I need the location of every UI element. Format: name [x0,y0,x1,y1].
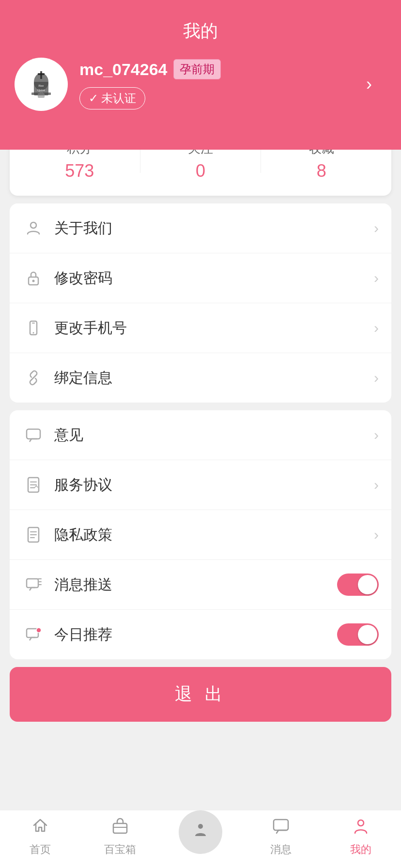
chat-icon [272,817,290,839]
svg-rect-15 [27,429,40,439]
menu-recommend-label: 今日推荐 [54,625,337,645]
nav-item-mine[interactable]: 我的 [321,817,401,857]
svg-rect-30 [113,823,127,833]
username-row: mc_074264 孕前期 [79,59,386,79]
svg-point-13 [33,332,34,334]
menu-service-label: 服务协议 [54,475,374,495]
menu-item-about[interactable]: 关于我们 › [10,203,391,253]
stat-points-value: 573 [19,161,140,181]
nav-item-toolbox[interactable]: 百宝箱 [80,817,161,857]
svg-rect-7 [38,93,45,98]
nav-toolbox-label: 百宝箱 [104,842,136,857]
recommend-icon [22,623,45,646]
recommend-toggle[interactable] [337,623,379,646]
link-icon [22,367,45,389]
menu-phone-label: 更改手机号 [54,318,374,338]
nav-mine-label: 我的 [350,842,371,857]
phone-chevron-icon: › [374,320,379,336]
notification-toggle[interactable] [337,574,379,596]
menu-item-password[interactable]: 修改密码 › [10,253,391,303]
svg-text:Bee: Bee [39,84,44,88]
bottom-nav: 首页 百宝箱 [0,810,401,868]
svg-rect-4 [38,73,45,75]
service-chevron-icon: › [374,477,379,493]
svg-point-10 [32,280,35,282]
logout-button[interactable]: 退 出 [10,667,391,722]
verify-icon: ✓ [89,92,98,105]
stat-follow-value: 0 [140,161,261,181]
mine-icon [352,817,370,839]
nav-home-label: 首页 [30,842,51,857]
header-area: 我的 Bee Quiet [0,0,401,150]
password-chevron-icon: › [374,270,379,286]
toolbox-icon [111,817,129,839]
menu-item-notification[interactable]: 消息推送 [10,560,391,610]
svg-point-8 [31,222,36,228]
profile-row[interactable]: Bee Quiet mc_074264 孕前期 ✓ 未认证 › [15,58,386,111]
lock-icon [22,267,45,289]
avatar[interactable]: Bee Quiet [15,58,68,111]
stat-collect-value: 8 [261,161,382,181]
nav-item-center[interactable] [160,810,241,864]
pregnancy-tag: 孕前期 [173,59,221,79]
baby-icon [189,819,212,846]
profile-info: mc_074264 孕前期 ✓ 未认证 [79,59,386,109]
menu-password-label: 修改密码 [54,268,374,288]
privacy-chevron-icon: › [374,527,379,543]
svg-text:Quiet: Quiet [37,88,45,92]
svg-point-33 [198,824,203,829]
menu-item-bind[interactable]: 绑定信息 › [10,353,391,403]
menu-item-service[interactable]: 服务协议 › [10,460,391,510]
username: mc_074264 [79,60,168,79]
svg-point-29 [36,628,41,633]
about-chevron-icon: › [374,220,379,236]
person-icon [22,217,45,239]
svg-point-35 [358,820,364,826]
service-doc-icon [22,474,45,496]
center-button[interactable] [179,810,222,854]
svg-line-14 [32,376,35,380]
feedback-chevron-icon: › [374,427,379,443]
menu-item-feedback[interactable]: 意见 › [10,410,391,460]
nav-item-home[interactable]: 首页 [0,817,80,857]
nav-messages-label: 消息 [270,842,292,857]
menu-item-privacy[interactable]: 隐私政策 › [10,510,391,560]
menu-notification-label: 消息推送 [54,575,337,595]
notification-icon [22,574,45,596]
svg-point-32 [191,820,210,839]
privacy-doc-icon [22,524,45,546]
menu-item-phone[interactable]: 更改手机号 › [10,303,391,353]
home-icon [31,817,49,839]
profile-chevron-icon[interactable]: › [366,74,372,94]
menu-section-2: 意见 › 服务协议 › [10,410,391,659]
verify-badge[interactable]: ✓ 未认证 [79,87,145,109]
page-title: 我的 [15,19,386,43]
bind-chevron-icon: › [374,370,379,386]
menu-section-1: 关于我们 › 修改密码 › 更改 [10,203,391,403]
svg-rect-24 [27,579,38,588]
menu-item-recommend[interactable]: 今日推荐 [10,610,391,659]
comment-icon [22,424,45,446]
verify-label: 未认证 [101,91,136,106]
menu-about-label: 关于我们 [54,218,374,238]
menu-feedback-label: 意见 [54,425,374,445]
nav-item-messages[interactable]: 消息 [241,817,321,857]
svg-rect-34 [274,820,288,830]
menu-bind-label: 绑定信息 [54,368,374,388]
phone-icon [22,317,45,339]
menu-privacy-label: 隐私政策 [54,525,374,545]
